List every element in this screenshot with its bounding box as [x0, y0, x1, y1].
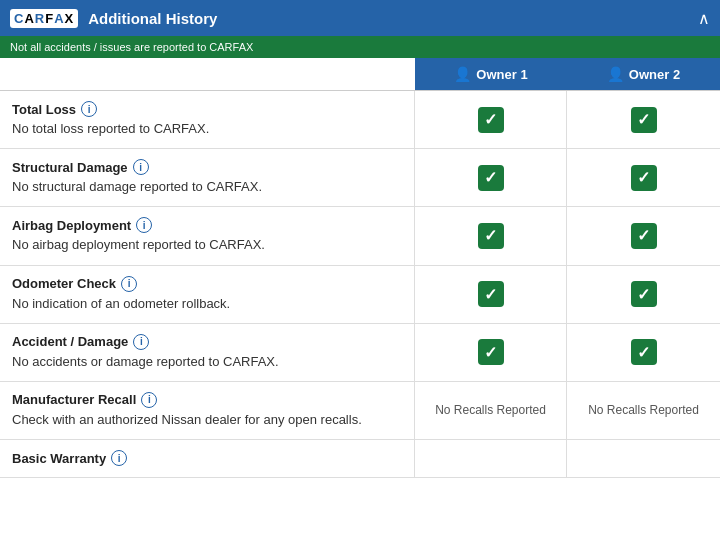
row-desc-total-loss: No total loss reported to CARFAX. — [12, 120, 402, 138]
row-label-manufacturer-recall: Manufacturer RecalliCheck with an author… — [0, 382, 415, 439]
row-label-accident-damage: Accident / DamageiNo accidents or damage… — [0, 324, 415, 381]
check-icon-structural-damage-owner1: ✓ — [478, 165, 504, 191]
cell-manufacturer-recall-owner2: No Recalls Reported — [567, 382, 720, 439]
cell-total-loss-owner2: ✓ — [567, 91, 720, 148]
cell-structural-damage-owner1: ✓ — [415, 149, 567, 206]
row-title-manufacturer-recall: Manufacturer Recalli — [12, 392, 402, 408]
row-desc-manufacturer-recall: Check with an authorized Nissan dealer f… — [12, 411, 402, 429]
table-row-manufacturer-recall: Manufacturer RecalliCheck with an author… — [0, 382, 720, 440]
cell-structural-damage-owner2: ✓ — [567, 149, 720, 206]
check-icon-structural-damage-owner2: ✓ — [631, 165, 657, 191]
table-row-airbag-deployment: Airbag DeploymentiNo airbag deployment r… — [0, 207, 720, 265]
row-title-basic-warranty: Basic Warrantyi — [12, 450, 402, 466]
row-label-airbag-deployment: Airbag DeploymentiNo airbag deployment r… — [0, 207, 415, 264]
history-table: Total LossiNo total loss reported to CAR… — [0, 91, 720, 478]
cell-basic-warranty-owner2 — [567, 440, 720, 477]
cell-accident-damage-owner1: ✓ — [415, 324, 567, 381]
recall-text-manufacturer-recall-owner2: No Recalls Reported — [588, 402, 699, 419]
cell-basic-warranty-owner1 — [415, 440, 567, 477]
recall-text-manufacturer-recall-owner1: No Recalls Reported — [435, 402, 546, 419]
cell-total-loss-owner1: ✓ — [415, 91, 567, 148]
cell-odometer-check-owner2: ✓ — [567, 266, 720, 323]
row-desc-structural-damage: No structural damage reported to CARFAX. — [12, 178, 402, 196]
col-header-owner1: 👤 Owner 1 — [415, 58, 567, 90]
section-header: CARFAX Additional History ∧ — [0, 0, 720, 36]
info-icon-structural-damage[interactable]: i — [133, 159, 149, 175]
col-header-owner2: 👤 Owner 2 — [567, 58, 720, 90]
check-icon-accident-damage-owner2: ✓ — [631, 339, 657, 365]
cell-manufacturer-recall-owner1: No Recalls Reported — [415, 382, 567, 439]
column-headers: 👤 Owner 1 👤 Owner 2 — [0, 58, 720, 91]
row-label-odometer-check: Odometer CheckiNo indication of an odome… — [0, 266, 415, 323]
check-icon-airbag-deployment-owner1: ✓ — [478, 223, 504, 249]
row-desc-accident-damage: No accidents or damage reported to CARFA… — [12, 353, 402, 371]
check-icon-total-loss-owner2: ✓ — [631, 107, 657, 133]
row-label-total-loss: Total LossiNo total loss reported to CAR… — [0, 91, 415, 148]
person-icon-owner2: 👤 — [607, 66, 624, 82]
section-title: Additional History — [88, 10, 698, 27]
info-icon-odometer-check[interactable]: i — [121, 276, 137, 292]
table-row-odometer-check: Odometer CheckiNo indication of an odome… — [0, 266, 720, 324]
row-title-airbag-deployment: Airbag Deploymenti — [12, 217, 402, 233]
person-icon-owner1: 👤 — [454, 66, 471, 82]
sub-header-note: Not all accidents / issues are reported … — [0, 36, 720, 58]
row-title-odometer-check: Odometer Checki — [12, 276, 402, 292]
row-title-accident-damage: Accident / Damagei — [12, 334, 402, 350]
table-row-accident-damage: Accident / DamageiNo accidents or damage… — [0, 324, 720, 382]
check-icon-odometer-check-owner2: ✓ — [631, 281, 657, 307]
cell-accident-damage-owner2: ✓ — [567, 324, 720, 381]
info-icon-basic-warranty[interactable]: i — [111, 450, 127, 466]
check-icon-odometer-check-owner1: ✓ — [478, 281, 504, 307]
table-row-basic-warranty: Basic Warrantyi — [0, 440, 720, 478]
collapse-chevron[interactable]: ∧ — [698, 9, 710, 28]
table-row-total-loss: Total LossiNo total loss reported to CAR… — [0, 91, 720, 149]
row-title-total-loss: Total Lossi — [12, 101, 402, 117]
cell-odometer-check-owner1: ✓ — [415, 266, 567, 323]
row-label-structural-damage: Structural DamageiNo structural damage r… — [0, 149, 415, 206]
info-icon-accident-damage[interactable]: i — [133, 334, 149, 350]
row-label-basic-warranty: Basic Warrantyi — [0, 440, 415, 477]
row-title-structural-damage: Structural Damagei — [12, 159, 402, 175]
carfax-logo: CARFAX — [10, 9, 78, 28]
col-header-empty — [0, 58, 415, 90]
check-icon-airbag-deployment-owner2: ✓ — [631, 223, 657, 249]
check-icon-total-loss-owner1: ✓ — [478, 107, 504, 133]
info-icon-manufacturer-recall[interactable]: i — [141, 392, 157, 408]
check-icon-accident-damage-owner1: ✓ — [478, 339, 504, 365]
row-desc-odometer-check: No indication of an odometer rollback. — [12, 295, 402, 313]
info-icon-total-loss[interactable]: i — [81, 101, 97, 117]
cell-airbag-deployment-owner1: ✓ — [415, 207, 567, 264]
row-desc-airbag-deployment: No airbag deployment reported to CARFAX. — [12, 236, 402, 254]
table-row-structural-damage: Structural DamageiNo structural damage r… — [0, 149, 720, 207]
info-icon-airbag-deployment[interactable]: i — [136, 217, 152, 233]
cell-airbag-deployment-owner2: ✓ — [567, 207, 720, 264]
